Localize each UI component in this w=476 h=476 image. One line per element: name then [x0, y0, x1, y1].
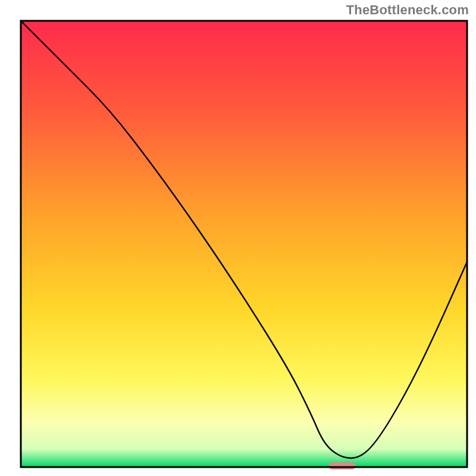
chart-svg [0, 0, 476, 476]
optimum-marker [329, 462, 356, 469]
chart-container: TheBottleneck.com [0, 0, 476, 476]
